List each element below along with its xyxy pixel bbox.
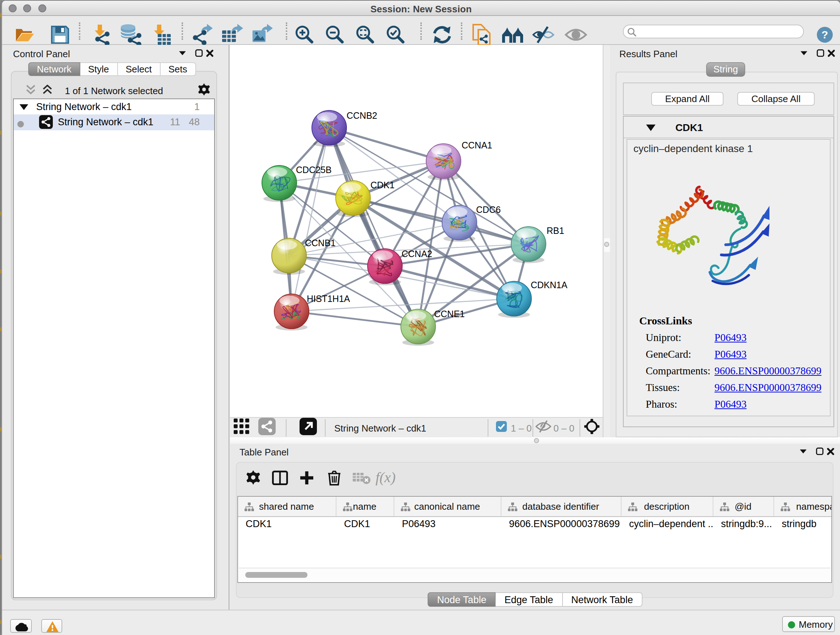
toolbar-separator: [325, 419, 325, 436]
scrollbar-thumb[interactable]: [245, 572, 307, 578]
table-cell[interactable]: 9606.ENSP00000378699: [501, 517, 621, 531]
tab-string[interactable]: String: [706, 62, 745, 76]
table-cell[interactable]: cyclin–dependent ...: [621, 517, 713, 531]
tab-node-table[interactable]: Node Table: [428, 592, 496, 607]
network-row[interactable]: String Network – cdk1 11 48: [14, 114, 214, 130]
title-bar: Session: New Session: [2, 1, 840, 16]
tab-sets[interactable]: Sets: [160, 62, 196, 76]
zoom-in-icon[interactable]: [294, 24, 314, 48]
expand-collapse-row: Expand All Collapse All: [623, 82, 834, 115]
vertical-splitter[interactable]: [603, 44, 610, 437]
zoom-selected-icon[interactable]: [385, 24, 405, 48]
node-label-CCNA1: CCNA1: [462, 141, 493, 150]
help-icon[interactable]: ?: [816, 26, 833, 46]
crosslink-link[interactable]: 9606.ENSP00000378699: [714, 382, 821, 394]
crosslink-link[interactable]: P06493: [714, 348, 747, 361]
zoom-fit-icon[interactable]: [355, 24, 375, 48]
search-input[interactable]: [623, 25, 804, 38]
table-cell[interactable]: stringdb:9...: [713, 517, 774, 531]
splitter-handle[interactable]: [534, 438, 539, 443]
network-collection-row[interactable]: String Network – cdk1 1: [14, 99, 214, 114]
search-icon: [627, 27, 637, 37]
zoom-out-icon[interactable]: [324, 24, 344, 48]
tab-network[interactable]: Network: [28, 62, 80, 76]
crosslink-link[interactable]: P06493: [714, 332, 747, 344]
table-header-row: shared namenamecanonical namedatabase id…: [238, 496, 831, 517]
toolbar-separator: [79, 22, 80, 40]
refresh-icon[interactable]: [431, 24, 453, 48]
column-type-icon: [343, 502, 352, 511]
crosslink-label: Compartments:: [646, 365, 711, 377]
column-type-icon: [628, 502, 637, 511]
crosslink-link[interactable]: 9606.ENSP00000378699: [714, 365, 821, 377]
tab-select[interactable]: Select: [118, 62, 160, 76]
toolbar-separator: [579, 419, 580, 436]
column-header-shared-name[interactable]: shared name: [238, 496, 336, 516]
crosslink-label: Pharos:: [646, 398, 677, 410]
panel-controls: [178, 49, 216, 57]
open-file-icon[interactable]: [14, 25, 35, 47]
tab-network-table[interactable]: Network Table: [562, 592, 643, 607]
gene-details: cyclin–dependent kinase 1 CrossLinks Uni…: [626, 139, 830, 416]
table-horizontal-scrollbar[interactable]: [238, 567, 830, 581]
column-header-database-identifier[interactable]: database identifier: [501, 496, 621, 516]
column-header-canonical-name[interactable]: canonical name: [394, 496, 501, 516]
open-in-window-icon[interactable]: [300, 417, 317, 438]
column-header-name[interactable]: name: [336, 496, 394, 516]
application-window: Session: New Session: [2, 1, 840, 635]
table-cell[interactable]: stringdb: [774, 517, 832, 531]
warning-button[interactable]: [41, 619, 62, 633]
tab-edge-table[interactable]: Edge Table: [496, 592, 562, 607]
column-type-icon: [244, 502, 254, 511]
column-header-namespace[interactable]: namespace: [774, 496, 832, 516]
splitter-handle[interactable]: [604, 242, 609, 247]
network-label: String Network – cdk1: [58, 117, 153, 127]
app-screen: Session: New Session: [0, 0, 840, 635]
hide-selected-icon[interactable]: [532, 25, 555, 47]
table-cell[interactable]: CDK1: [336, 517, 394, 531]
split-view-icon[interactable]: [272, 470, 287, 488]
expand-all-button[interactable]: Expand All: [651, 92, 723, 106]
node-label-CCNE1: CCNE1: [434, 309, 465, 319]
network-tree: String Network – cdk1 1 String Network –…: [13, 98, 215, 598]
memory-button[interactable]: Memory: [782, 616, 835, 632]
network-canvas[interactable]: CCNB2CCNA1CDC25BCDK1CDC6RB1CCNB1CCNA2CDK…: [230, 44, 603, 437]
gene-section-header[interactable]: CDK1: [623, 117, 833, 138]
node-label-CDKN1A: CDKN1A: [531, 280, 567, 290]
network-list-panel: 1 of 1 Network selected String Network –…: [11, 71, 217, 600]
cloud-icon: [14, 622, 28, 631]
crosslink-link[interactable]: P06493: [714, 398, 747, 410]
collapse-arrow-icon[interactable]: [19, 104, 28, 110]
column-header--id[interactable]: @id: [713, 496, 774, 516]
table-cell[interactable]: CDK1: [238, 517, 336, 531]
table-row[interactable]: CDK1CDK1P064939606.ENSP00000378699cyclin…: [238, 517, 831, 531]
table-settings-icon[interactable]: [245, 470, 261, 488]
toolbar-separator: [420, 22, 422, 40]
gene-name: CDK1: [623, 122, 755, 133]
birds-eye-grid-icon[interactable]: [234, 418, 249, 437]
table-cell[interactable]: P06493: [394, 517, 501, 531]
save-session-icon[interactable]: [50, 25, 70, 47]
share-network-icon[interactable]: [258, 417, 276, 438]
crosshair-icon[interactable]: [584, 418, 600, 437]
network-options-gear-icon[interactable]: [197, 83, 210, 96]
column-header-description[interactable]: description: [621, 496, 713, 516]
float-panel-icon: [801, 51, 807, 55]
panel-controls: [799, 49, 837, 57]
tab-style[interactable]: Style: [80, 62, 118, 76]
delete-column-icon[interactable]: [327, 470, 341, 488]
svg-text:f(x): f(x): [375, 470, 395, 485]
crosslinks-title: CrossLinks: [639, 315, 692, 327]
add-column-icon[interactable]: [300, 470, 314, 488]
network-node-count: 11: [170, 117, 180, 127]
collapse-all-button[interactable]: Collapse All: [737, 92, 815, 106]
show-all-icon[interactable]: [564, 26, 587, 46]
control-panel-title: Control Panel: [13, 48, 70, 59]
network-view-toolbar: String Network – cdk1 1 – 0 0 – 0: [230, 417, 603, 437]
node-label-CDC6: CDC6: [476, 205, 501, 215]
first-neighbors-icon[interactable]: [501, 25, 524, 47]
table-panel: Table Panel: [230, 444, 840, 610]
horizontal-splitter[interactable]: [230, 437, 840, 444]
selected-checkbox-icon[interactable]: [496, 421, 507, 434]
cloud-button[interactable]: [10, 619, 32, 633]
